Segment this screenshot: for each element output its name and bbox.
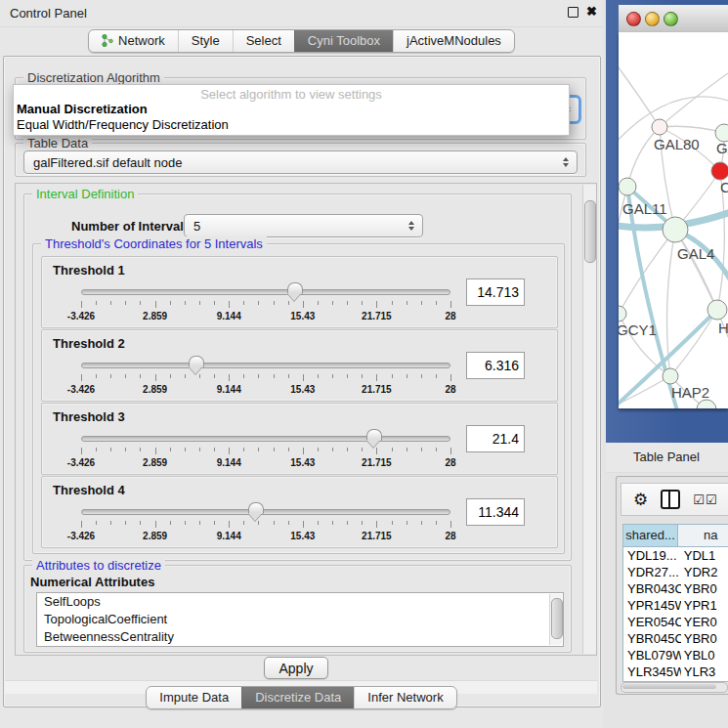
cell-shared-name[interactable]: YBR045C (623, 630, 681, 647)
table-toolbar: ⚙ ☑☑ (621, 483, 728, 516)
network-node[interactable] (711, 162, 728, 180)
network-node[interactable] (619, 178, 636, 195)
list-item[interactable]: BetweennessCentrality (37, 628, 563, 646)
list-item[interactable]: SelfLoops (37, 593, 563, 611)
slider-tick (347, 521, 348, 525)
popup-item-manual-discretization[interactable]: Manual Discretization (17, 102, 148, 116)
table-data-combobox[interactable]: galFiltered.sif default node (23, 150, 578, 174)
spinner-arrows-icon[interactable] (563, 157, 569, 167)
minimize-traffic-light-icon[interactable] (645, 12, 660, 26)
threshold-2-value-field[interactable] (466, 352, 525, 379)
close-icon[interactable]: ✖ (586, 5, 597, 19)
cell-name[interactable]: YLR3 (681, 664, 728, 680)
cell-shared-name[interactable]: YBL079W (623, 647, 681, 664)
column-layout-icon[interactable] (661, 490, 680, 509)
slider-thumb[interactable] (287, 282, 303, 294)
threshold-3-value-field[interactable] (466, 425, 525, 452)
cell-name[interactable]: YDL1 (681, 547, 728, 564)
cell-shared-name[interactable]: YPR145W (623, 597, 681, 614)
numerical-attributes-list[interactable]: SelfLoops TopologicalCoefficient Between… (36, 592, 564, 647)
slider-thumb[interactable] (248, 502, 264, 514)
table-row[interactable]: YER054CYER0 (623, 614, 728, 630)
network-node[interactable] (663, 217, 688, 242)
cell-shared-name[interactable]: YBR043C (623, 580, 681, 597)
threshold-4-value-field[interactable] (466, 498, 525, 526)
network-node[interactable] (707, 300, 727, 320)
cell-shared-name[interactable]: YDL19... (623, 547, 681, 564)
panel-scrollbar[interactable] (582, 185, 596, 654)
checkbox-icons[interactable]: ☑☑ (693, 492, 717, 507)
threshold-2-label: Threshold 2 (53, 336, 125, 351)
network-canvas[interactable]: GAL80GACGAL11GAL4GCY1HHAP2 (619, 32, 728, 408)
slider-tick-label: -3.426 (67, 311, 95, 321)
tab-infer-network[interactable]: Infer Network (354, 687, 455, 708)
table-row[interactable]: YDR27...YDR2 (623, 564, 728, 580)
network-node-label: HAP2 (671, 384, 709, 401)
table-panel-title: Table Panel (633, 450, 700, 464)
slider-thumb[interactable] (189, 356, 204, 367)
network-node-label: C (720, 179, 728, 195)
threshold-1-value-field[interactable] (466, 278, 525, 306)
column-header-name[interactable]: na (678, 525, 728, 546)
tab-cyni-toolbox[interactable]: Cyni Toolbox (294, 30, 393, 52)
slider-tick (243, 374, 244, 378)
network-edge[interactable] (670, 310, 717, 376)
cell-shared-name[interactable]: YDR27... (623, 564, 681, 580)
table-row[interactable]: YBR045CYBR0 (623, 630, 728, 647)
slider-thumb[interactable] (366, 429, 382, 441)
threshold-4-slider[interactable]: -3.4262.8599.14415.4321.71528 (81, 502, 450, 545)
table-row[interactable]: YPR145WYPR1 (623, 597, 728, 614)
table-row[interactable]: YDL19...YDL1 (623, 547, 728, 564)
close-traffic-light-icon[interactable] (626, 12, 641, 26)
cell-name[interactable]: YBR0 (681, 580, 728, 597)
tab-impute-data[interactable]: Impute Data (147, 687, 241, 708)
float-window-icon[interactable] (568, 7, 578, 18)
list-scrollbar[interactable] (549, 594, 562, 645)
slider-tick-label: 9.144 (217, 311, 241, 321)
cell-name[interactable]: YBL0 (681, 647, 728, 664)
table-horizontal-scrollbar[interactable] (621, 682, 728, 693)
slider-track[interactable] (81, 436, 450, 442)
tab-select[interactable]: Select (233, 30, 294, 52)
spinner-arrows-icon[interactable] (408, 221, 414, 231)
slider-tick (229, 301, 230, 308)
network-node[interactable] (619, 306, 626, 321)
table-row[interactable]: YBL079WYBL0 (623, 647, 728, 664)
apply-button[interactable]: Apply (264, 657, 328, 679)
network-node[interactable] (652, 119, 667, 135)
cell-name[interactable]: YPR1 (681, 597, 728, 614)
cell-shared-name[interactable]: YER054C (623, 614, 681, 630)
tab-jactivemnodules[interactable]: jActiveMNodules (393, 30, 514, 52)
number-of-intervals-spinner[interactable]: 5 (184, 214, 423, 237)
table-row[interactable]: YBR043CYBR0 (623, 580, 728, 597)
threshold-2-slider[interactable]: -3.4262.8599.14415.4321.71528 (81, 356, 450, 399)
threshold-1-slider[interactable]: -3.4262.8599.14415.4321.71528 (81, 282, 450, 325)
threshold-3-slider[interactable]: -3.4262.8599.14415.4321.71528 (81, 429, 450, 472)
gear-icon[interactable]: ⚙ (633, 492, 648, 508)
node-table[interactable]: shared... na YDL19...YDL1YDR27...YDR2YBR… (622, 524, 728, 682)
slider-tick (125, 521, 126, 525)
slider-track[interactable] (81, 363, 450, 368)
cell-name[interactable]: YBR0 (681, 630, 728, 647)
list-item[interactable]: TopologicalCoefficient (37, 611, 563, 628)
slider-track[interactable] (81, 509, 450, 515)
tab-discretize-data[interactable]: Discretize Data (241, 687, 354, 708)
network-window-titlebar[interactable] (619, 5, 728, 33)
network-node[interactable] (697, 400, 716, 408)
slider-tick (110, 374, 111, 378)
network-node[interactable] (663, 368, 678, 384)
slider-track[interactable] (81, 289, 450, 295)
cell-shared-name[interactable]: YLR345W (623, 664, 681, 680)
tab-style[interactable]: Style (178, 30, 233, 52)
tab-network[interactable]: Network (89, 30, 178, 52)
cell-name[interactable]: YER0 (681, 614, 728, 630)
zoom-traffic-light-icon[interactable] (664, 12, 678, 26)
cell-name[interactable]: YDR2 (681, 564, 728, 580)
slider-tick-label: 28 (445, 311, 455, 321)
tab-label: Impute Data (159, 690, 229, 705)
table-row[interactable]: YLR345WYLR3 (623, 664, 728, 680)
network-edge[interactable] (619, 60, 660, 127)
popup-item-equal-width-frequency[interactable]: Equal Width/Frequency Discretization (17, 117, 229, 132)
column-header-shared-name[interactable]: shared... (623, 525, 678, 546)
tab-label: Select (246, 33, 281, 48)
